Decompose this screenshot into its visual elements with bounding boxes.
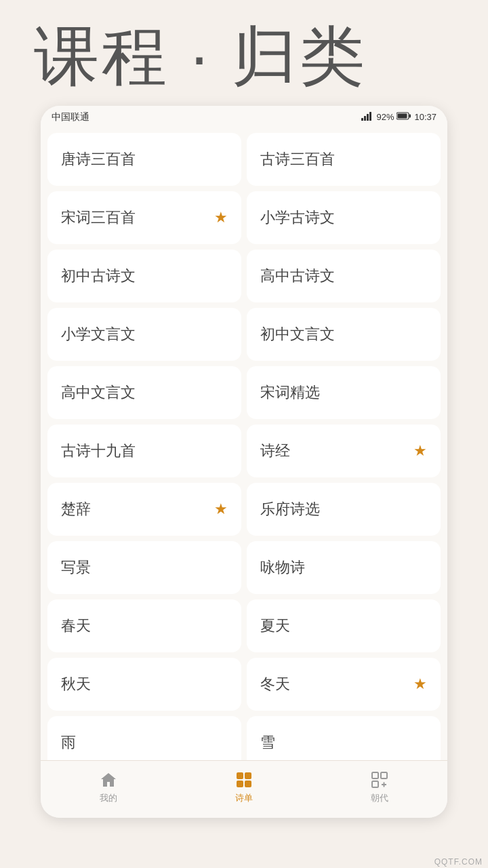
carrier-label: 中国联通 <box>52 111 89 123</box>
item-label: 冬天 <box>260 674 290 694</box>
grid-icon <box>235 770 253 789</box>
item-label: 古诗十九首 <box>61 441 136 461</box>
item-label: 诗经 <box>260 441 290 461</box>
list-item[interactable]: 冬天★ <box>247 658 441 711</box>
item-label: 秋天 <box>61 674 91 694</box>
item-label: 乐府诗选 <box>260 499 320 519</box>
svg-rect-3 <box>369 112 371 121</box>
battery-label: 92% <box>376 112 394 122</box>
watermark: QQTF.COM <box>434 857 483 867</box>
battery-icon <box>396 112 411 122</box>
list-item[interactable]: 宋词精选 <box>247 366 441 419</box>
item-label: 写景 <box>61 557 91 578</box>
list-item[interactable]: 春天 <box>47 599 241 652</box>
svg-rect-1 <box>364 116 366 121</box>
item-label: 夏天 <box>260 616 290 636</box>
signal-label <box>361 112 373 123</box>
svg-rect-12 <box>381 772 387 778</box>
nav-dynasty-label: 朝代 <box>371 792 388 804</box>
item-label: 雨 <box>61 732 76 753</box>
star-icon: ★ <box>413 675 427 693</box>
status-bar: 中国联通 92% 10:37 <box>41 106 447 126</box>
nav-item-home[interactable]: 我的 <box>85 768 131 807</box>
list-item[interactable]: 雨 <box>47 716 241 760</box>
list-item[interactable]: 高中古诗文 <box>247 250 441 302</box>
items-grid: 唐诗三百首古诗三百首宋词三百首★小学古诗文初中古诗文高中古诗文小学文言文初中文言… <box>47 133 441 760</box>
item-label: 初中文言文 <box>260 324 335 344</box>
svg-rect-5 <box>409 115 411 118</box>
item-label: 宋词三百首 <box>61 208 136 228</box>
list-item[interactable]: 写景 <box>47 541 241 594</box>
list-item[interactable]: 高中文言文 <box>47 366 241 419</box>
list-item[interactable]: 秋天 <box>47 658 241 711</box>
list-item[interactable]: 古诗三百首 <box>247 133 441 186</box>
nav-item-shidan[interactable]: 诗单 <box>221 768 267 807</box>
list-item[interactable]: 初中文言文 <box>247 308 441 361</box>
dynasty-icon <box>370 770 389 789</box>
item-label: 小学古诗文 <box>260 208 335 228</box>
item-label: 小学文言文 <box>61 324 136 344</box>
svg-rect-7 <box>237 772 243 779</box>
page-title: 课程 · 归类 <box>34 20 454 92</box>
svg-rect-6 <box>398 114 407 119</box>
time-label: 10:37 <box>414 112 436 122</box>
content-area[interactable]: 唐诗三百首古诗三百首宋词三百首★小学古诗文初中古诗文高中古诗文小学文言文初中文言… <box>41 126 447 760</box>
item-label: 咏物诗 <box>260 557 305 578</box>
item-label: 雪 <box>260 732 275 753</box>
list-item[interactable]: 诗经★ <box>247 425 441 477</box>
list-item[interactable]: 楚辞★ <box>47 483 241 536</box>
star-icon: ★ <box>214 500 228 518</box>
nav-item-dynasty[interactable]: 朝代 <box>357 768 403 807</box>
list-item[interactable]: 古诗十九首 <box>47 425 241 477</box>
list-item[interactable]: 唐诗三百首 <box>47 133 241 186</box>
bottom-nav: 我的 诗单 朝代 <box>41 760 447 818</box>
status-right: 92% 10:37 <box>361 112 436 123</box>
svg-rect-10 <box>245 781 251 787</box>
item-label: 高中文言文 <box>61 382 136 403</box>
list-item[interactable]: 初中古诗文 <box>47 250 241 302</box>
list-item[interactable]: 小学古诗文 <box>247 191 441 244</box>
list-item[interactable]: 宋词三百首★ <box>47 191 241 244</box>
list-item[interactable]: 雪 <box>247 716 441 760</box>
svg-rect-11 <box>372 772 378 778</box>
item-label: 楚辞 <box>61 499 91 519</box>
item-label: 春天 <box>61 616 91 636</box>
list-item[interactable]: 乐府诗选 <box>247 483 441 536</box>
svg-rect-13 <box>372 781 378 787</box>
item-label: 唐诗三百首 <box>61 149 136 170</box>
page-header: 课程 · 归类 <box>0 0 488 106</box>
item-label: 宋词精选 <box>260 382 320 403</box>
star-icon: ★ <box>413 442 427 460</box>
svg-rect-9 <box>237 781 243 787</box>
star-icon: ★ <box>214 209 228 226</box>
list-item[interactable]: 小学文言文 <box>47 308 241 361</box>
svg-rect-2 <box>367 114 369 121</box>
home-icon <box>99 770 118 789</box>
item-label: 高中古诗文 <box>260 266 335 286</box>
nav-shidan-label: 诗单 <box>235 792 253 804</box>
item-label: 初中古诗文 <box>61 266 136 286</box>
nav-home-label: 我的 <box>100 792 117 804</box>
phone-frame: 中国联通 92% 10:37 唐诗三 <box>41 106 447 818</box>
list-item[interactable]: 咏物诗 <box>247 541 441 594</box>
item-label: 古诗三百首 <box>260 149 335 170</box>
svg-rect-8 <box>245 772 251 779</box>
svg-rect-0 <box>361 118 363 121</box>
list-item[interactable]: 夏天 <box>247 599 441 652</box>
